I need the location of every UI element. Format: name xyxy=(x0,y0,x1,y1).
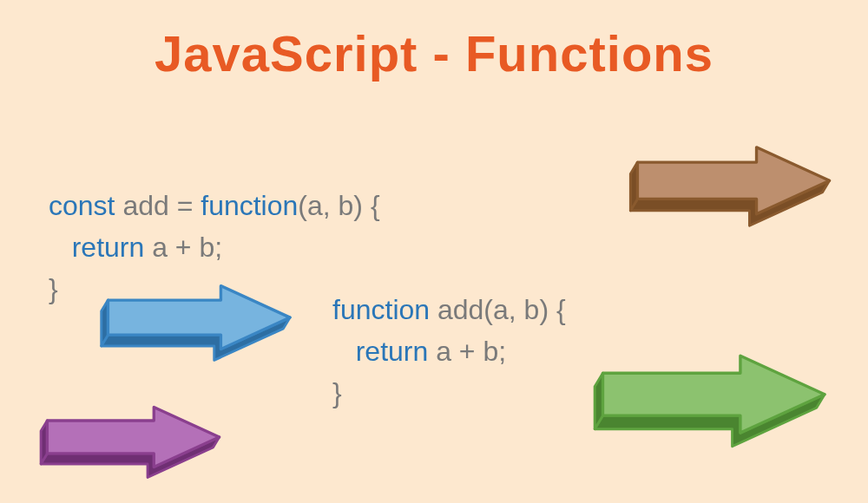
code-function-declaration: function add(a, b) { return a + b; } xyxy=(332,247,566,414)
code-indent xyxy=(49,232,72,263)
purple-arrow-icon xyxy=(35,395,232,490)
code-text: a + b; xyxy=(144,232,222,263)
keyword-return: return xyxy=(72,232,145,263)
brown-arrow-icon xyxy=(625,134,842,238)
keyword-function: function xyxy=(332,294,430,325)
code-arrow-function: const add = (a, b) => { a + b } xyxy=(332,458,694,503)
code-text: add(a, b) { xyxy=(430,294,566,325)
page-title: JavaScript - Functions xyxy=(0,0,868,82)
blue-arrow-icon xyxy=(95,273,303,373)
keyword-return: return xyxy=(356,336,429,367)
code-text: (a, b) { xyxy=(298,190,379,221)
keyword-function: function xyxy=(201,190,298,221)
code-brace: } xyxy=(332,377,342,408)
green-arrow-icon xyxy=(590,343,838,460)
keyword-const: const xyxy=(49,190,115,221)
code-text: a + b; xyxy=(428,336,506,367)
code-brace: } xyxy=(49,273,58,304)
code-indent xyxy=(332,336,356,367)
code-text: add = xyxy=(115,190,201,221)
